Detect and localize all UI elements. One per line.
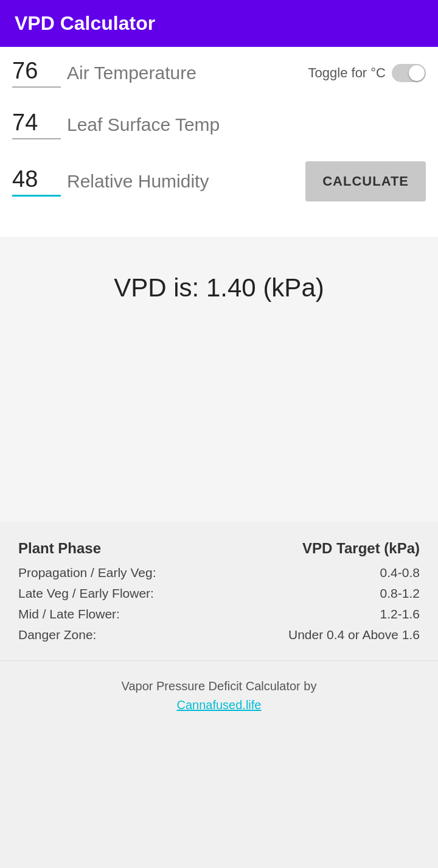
result-area: VPD is: 1.40 (kPa) — [0, 237, 438, 339]
ref-row-1: Late Veg / Early Flower: 0.8-1.2 — [18, 586, 420, 601]
ref-phase-2: Mid / Late Flower: — [18, 607, 120, 621]
air-temp-input[interactable] — [12, 58, 61, 88]
ref-phase-1: Late Veg / Early Flower: — [18, 586, 154, 601]
spacer-1 — [0, 212, 438, 237]
footer: Vapor Pressure Deficit Calculator by Can… — [0, 660, 438, 737]
air-temp-label: Air Temperature — [67, 63, 308, 83]
leaf-temp-input-wrapper — [12, 110, 67, 139]
footer-link[interactable]: Cannafused.life — [177, 698, 262, 712]
calculate-button[interactable]: CALCULATE — [305, 161, 426, 201]
ref-row-0: Propagation / Early Veg: 0.4-0.8 — [18, 565, 420, 580]
humidity-input-wrapper — [12, 166, 67, 197]
ref-range-1: 0.8-1.2 — [380, 586, 420, 601]
ref-range-0: 0.4-0.8 — [380, 565, 420, 580]
vpd-target-header: VPD Target (kPa) — [302, 540, 420, 557]
celsius-toggle[interactable] — [392, 64, 426, 82]
leaf-temp-input[interactable] — [12, 110, 61, 139]
humidity-input[interactable] — [12, 166, 61, 197]
app-title: VPD Calculator — [15, 12, 155, 35]
humidity-label: Relative Humidity — [67, 171, 305, 192]
result-text: VPD is: 1.40 (kPa) — [114, 273, 324, 302]
ref-range-2: 1.2-1.6 — [380, 607, 420, 621]
toggle-label: Toggle for °C — [308, 65, 386, 81]
toggle-area: Toggle for °C — [308, 64, 426, 82]
ref-range-3: Under 0.4 or Above 1.6 — [288, 628, 420, 642]
leaf-temp-row: Leaf Surface Temp — [0, 99, 438, 150]
ref-row-2: Mid / Late Flower: 1.2-1.6 — [18, 607, 420, 621]
ref-header-row: Plant Phase VPD Target (kPa) — [18, 540, 420, 557]
ref-phase-0: Propagation / Early Veg: — [18, 565, 156, 580]
ref-phase-3: Danger Zone: — [18, 628, 96, 642]
big-spacer — [0, 339, 438, 522]
footer-text: Vapor Pressure Deficit Calculator by — [12, 679, 426, 693]
air-temp-input-wrapper — [12, 58, 67, 88]
leaf-temp-label: Leaf Surface Temp — [67, 114, 426, 135]
air-temp-row: Air Temperature Toggle for °C — [0, 47, 438, 99]
humidity-row: Relative Humidity CALCULATE — [0, 150, 438, 212]
reference-table: Plant Phase VPD Target (kPa) Propagation… — [0, 522, 438, 660]
main-content: Air Temperature Toggle for °C Leaf Surfa… — [0, 47, 438, 737]
toggle-knob — [409, 65, 425, 81]
ref-row-3: Danger Zone: Under 0.4 or Above 1.6 — [18, 628, 420, 642]
plant-phase-header: Plant Phase — [18, 540, 101, 557]
app-header: VPD Calculator — [0, 0, 438, 47]
